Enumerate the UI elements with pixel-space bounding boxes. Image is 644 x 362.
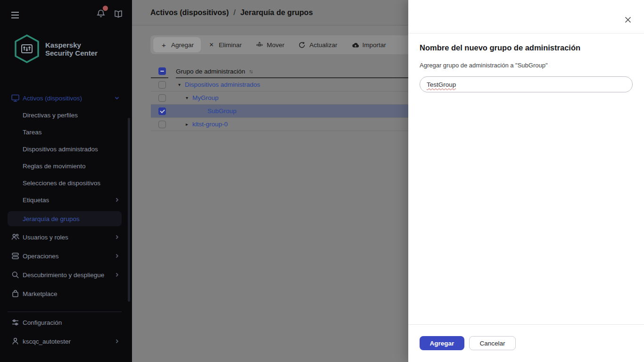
sidebar-item-configuracion[interactable]: Configuración	[0, 313, 132, 332]
add-button[interactable]: + Agregar	[153, 37, 201, 52]
row-checkbox[interactable]	[158, 81, 166, 89]
row-checkbox-checked[interactable]	[158, 107, 166, 115]
table-row[interactable]: ▾ Dispositivos administrados	[151, 78, 408, 91]
group-name-input[interactable]: TestGroup	[420, 76, 633, 92]
sidebar-divider	[8, 312, 122, 312]
toolbar: + Agregar ✕ Eliminar Mover	[150, 35, 408, 54]
sidebar-item-label: Activos (dispositivos)	[23, 95, 82, 102]
refresh-icon	[298, 41, 305, 49]
x-icon: ✕	[208, 41, 215, 49]
import-button[interactable]: Importar	[345, 37, 393, 52]
monitor-icon	[11, 94, 20, 103]
bell-icon[interactable]	[96, 8, 106, 19]
row-checkbox[interactable]	[158, 121, 166, 128]
sidebar-item-etiquetas[interactable]: Etiquetas	[0, 191, 132, 208]
sliders-icon	[11, 318, 20, 327]
sidebar-item-activos-dispositivos[interactable]: Activos (dispositivos)	[0, 90, 132, 107]
sidebar-item-jerarquia-de-grupos[interactable]: Jerarquía de grupos	[8, 211, 122, 226]
drawer-title: Nombre del nuevo grupo de administración	[420, 43, 625, 52]
user-icon	[11, 337, 20, 346]
sort-icon[interactable]: ↑↓	[249, 68, 252, 74]
sidebar-item-label: Dispositivos administrados	[23, 146, 98, 153]
group-name-input-value: TestGroup	[427, 81, 456, 88]
expand-arrow-icon[interactable]: ▾	[178, 82, 185, 87]
group-link[interactable]: kltst-group-0	[192, 121, 228, 128]
sidebar-item-label: Directivas y perfiles	[23, 112, 78, 119]
move-button[interactable]: Mover	[249, 37, 292, 52]
cancel-button[interactable]: Cancelar	[469, 336, 516, 350]
users-icon	[11, 233, 20, 242]
drawer-footer-divider	[408, 324, 644, 325]
breadcrumb-separator: /	[233, 8, 235, 17]
sidebar-item-operaciones[interactable]: Operaciones	[0, 247, 132, 265]
table-header-row: Grupo de administración ↑↓	[151, 65, 408, 78]
sidebar: Kaspersky Security Center Activos (dispo…	[0, 0, 132, 362]
breadcrumb-item[interactable]: Activos (dispositivos)	[150, 8, 229, 17]
sidebar-item-dispositivos-administrados[interactable]: Dispositivos administrados	[0, 140, 132, 157]
page-header: Activos (dispositivos) / Jerarquía de gr…	[132, 0, 408, 25]
cloud-upload-icon	[352, 41, 359, 49]
layers-icon	[11, 252, 20, 261]
table-row-selected[interactable]: SubGroup	[151, 105, 408, 118]
column-header-grupo-de-administracion[interactable]: Grupo de administración ↑↓	[176, 65, 408, 78]
move-button-label: Mover	[267, 41, 285, 49]
close-icon[interactable]	[623, 15, 633, 25]
book-icon[interactable]	[113, 8, 124, 19]
sidebar-item-label: Descubrimiento y despliegue	[23, 272, 104, 279]
chevron-down-icon	[114, 95, 120, 101]
table-row[interactable]: ▸ kltst-group-0	[151, 118, 408, 131]
refresh-button-label: Actualizar	[309, 41, 337, 49]
sidebar-item-directivas-y-perfiles[interactable]: Directivas y perfiles	[0, 107, 132, 123]
app-window: Kaspersky Security Center Activos (dispo…	[0, 0, 644, 362]
sidebar-item-label: Configuración	[23, 319, 62, 326]
column-header-label: Grupo de administración	[176, 68, 245, 75]
sidebar-item-tareas[interactable]: Tareas	[0, 123, 132, 140]
move-icon	[256, 41, 263, 49]
delete-button[interactable]: ✕ Eliminar	[201, 37, 249, 52]
table-row[interactable]: ▾ MyGroup	[151, 91, 408, 105]
sidebar-item-label: Tareas	[23, 129, 42, 136]
chevron-right-icon	[114, 272, 120, 278]
sidebar-item-account-kscqc-autotester[interactable]: kscqc_autotester	[0, 332, 132, 351]
sidebar-item-label: Reglas de movimiento	[23, 163, 86, 170]
chevron-right-icon	[114, 338, 120, 344]
group-link[interactable]: SubGroup	[207, 107, 237, 115]
group-link[interactable]: Dispositivos administrados	[185, 81, 260, 88]
sidebar-scrollbar[interactable]	[128, 118, 130, 302]
add-group-drawer: Nombre del nuevo grupo de administración…	[408, 0, 644, 362]
plus-icon: +	[160, 41, 167, 49]
sidebar-item-descubrimiento-y-despliegue[interactable]: Descubrimiento y despliegue	[0, 265, 132, 284]
chevron-right-icon	[114, 197, 120, 203]
refresh-button[interactable]: Actualizar	[291, 37, 344, 52]
import-button-label: Importar	[363, 41, 386, 49]
confirm-add-button[interactable]: Agregar	[420, 336, 464, 350]
sidebar-item-label: Selecciones de dispositivos	[23, 180, 100, 187]
sidebar-item-marketplace[interactable]: Marketplace	[0, 284, 132, 303]
chevron-right-icon	[114, 234, 120, 240]
group-link[interactable]: MyGroup	[192, 94, 219, 101]
drawer-header-divider	[408, 33, 644, 33]
delete-button-label: Eliminar	[219, 41, 242, 49]
row-checkbox[interactable]	[158, 94, 166, 102]
collapse-arrow-icon[interactable]: ▸	[186, 122, 192, 127]
menu-icon[interactable]	[9, 9, 21, 21]
sidebar-item-usuarios-y-roles[interactable]: Usuarios y roles	[0, 228, 132, 247]
sidebar-nav: Activos (dispositivos) Directivas y perf…	[0, 90, 132, 351]
sidebar-item-label: kscqc_autotester	[23, 338, 71, 345]
header-checkbox-cell	[151, 65, 168, 78]
logo-hexagon-icon	[13, 34, 41, 64]
notification-badge	[103, 6, 108, 11]
select-all-checkbox[interactable]	[158, 67, 166, 75]
sidebar-item-label: Marketplace	[23, 290, 58, 297]
sidebar-item-label: Jerarquía de grupos	[23, 215, 80, 222]
kaspersky-logo: Kaspersky Security Center	[13, 34, 98, 64]
sidebar-item-label: Usuarios y roles	[23, 234, 68, 241]
expand-arrow-icon[interactable]: ▾	[186, 95, 192, 100]
sidebar-item-selecciones-de-dispositivos[interactable]: Selecciones de dispositivos	[0, 174, 132, 191]
logo-line2: Security Center	[45, 49, 98, 57]
group-name-field-label: Agregar grupo de administración a "SubGr…	[420, 62, 548, 69]
logo-line1: Kaspersky	[45, 41, 98, 49]
sidebar-item-reglas-de-movimiento[interactable]: Reglas de movimiento	[0, 157, 132, 174]
groups-table: Grupo de administración ↑↓ ▾ Dispositivo…	[151, 65, 408, 131]
sidebar-item-label: Etiquetas	[23, 197, 49, 204]
